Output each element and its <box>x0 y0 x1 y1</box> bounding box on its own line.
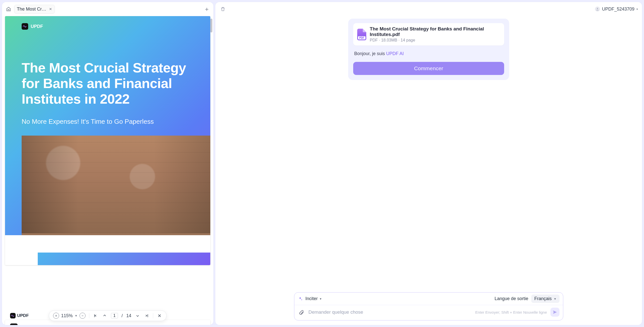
output-language-label: Langue de sortie <box>495 296 528 301</box>
svg-point-0 <box>597 8 598 9</box>
home-button[interactable] <box>5 6 12 13</box>
avatar-icon <box>595 7 600 12</box>
chevron-down-icon: ▼ <box>554 297 556 300</box>
pdf-viewer-panel: The Most Cruci... ✕ ＋ UPDF The Most Cruc… <box>2 2 213 325</box>
user-menu[interactable]: UPDF_5243709 ▾ <box>595 7 638 12</box>
pdf-subtitle: No More Expenses! It's Time to Go Paperl… <box>22 118 194 126</box>
pdf-title: The Most Crucial Strategy for Banks and … <box>22 60 194 107</box>
pdf-cover: UPDF The Most Crucial Strategy for Banks… <box>5 16 210 235</box>
chevron-down-icon: ▾ <box>636 8 638 11</box>
chat-composer: Inciter ▼ Langue de sortie Français ▼ En… <box>294 292 563 320</box>
document-tab[interactable]: The Most Cruci... ✕ <box>14 5 55 14</box>
zoom-out-button[interactable]: − <box>79 313 86 319</box>
brand-logo-icon <box>22 23 28 30</box>
sparkle-icon <box>298 296 303 301</box>
pdf-scrollbar[interactable] <box>210 19 212 32</box>
page-total: 14 <box>126 313 131 318</box>
zoom-dropdown-icon[interactable]: ▼ <box>75 314 77 317</box>
attached-file-name: The Most Crucial Strategy for Banks and … <box>370 26 500 37</box>
start-button[interactable]: Commencer <box>353 62 504 75</box>
chat-input[interactable] <box>308 309 472 315</box>
username: UPDF_5243709 <box>602 7 634 12</box>
prev-page-button[interactable] <box>102 313 107 318</box>
brand-logo-icon <box>10 313 16 318</box>
attached-file-card[interactable]: The Most Crucial Strategy for Banks and … <box>353 23 504 46</box>
pdf-viewport[interactable]: UPDF The Most Crucial Strategy for Banks… <box>2 16 213 325</box>
ai-chat-panel: UPDF_5243709 ▾ The Most Crucial Strategy… <box>215 2 642 325</box>
close-toolbar-button[interactable] <box>157 313 162 318</box>
clear-chat-button[interactable] <box>219 6 226 13</box>
page-number-input[interactable] <box>111 313 118 318</box>
output-language-select[interactable]: Français ▼ <box>531 295 559 303</box>
greeting-text: Bonjour, je suis UPDF AI <box>354 51 503 56</box>
brand-name: UPDF <box>31 24 43 29</box>
close-tab-icon[interactable]: ✕ <box>49 7 52 11</box>
chat-header: UPDF_5243709 ▾ <box>215 2 642 16</box>
updf-watermark: UPDF <box>8 312 31 319</box>
cover-photo <box>22 136 210 235</box>
send-button[interactable] <box>550 308 559 317</box>
zoom-in-button[interactable]: + <box>53 313 59 319</box>
last-page-button[interactable] <box>144 313 149 318</box>
chevron-down-icon: ▼ <box>319 297 322 300</box>
page-separator: / <box>122 313 123 318</box>
first-page-button[interactable] <box>93 313 98 318</box>
add-tab-button[interactable]: ＋ <box>203 6 210 13</box>
input-hint: Enter Envoyer; Shift + Enter Nouvelle li… <box>475 310 547 314</box>
cover-accent-block <box>38 253 210 265</box>
chat-body: The Most Crucial Strategy for Banks and … <box>215 16 642 292</box>
pdf-toolbar: + 115% ▼ − / 14 <box>49 310 167 321</box>
attach-button[interactable] <box>298 309 305 316</box>
prompt-mode-dropdown[interactable]: Inciter ▼ <box>305 296 322 301</box>
next-page-button[interactable] <box>135 313 140 318</box>
tab-bar: The Most Cruci... ✕ ＋ <box>2 2 213 16</box>
pdf-file-icon <box>357 29 366 40</box>
pdf-page: UPDF The Most Crucial Strategy for Banks… <box>5 16 210 265</box>
zoom-value[interactable]: 115% <box>61 313 73 318</box>
attached-file-meta: PDF · 18.03MB · 14 page <box>370 38 500 43</box>
intro-card: The Most Crucial Strategy for Banks and … <box>348 19 509 80</box>
document-tab-title: The Most Cruci... <box>17 7 47 12</box>
updf-ai-link[interactable]: UPDF AI <box>386 51 404 56</box>
